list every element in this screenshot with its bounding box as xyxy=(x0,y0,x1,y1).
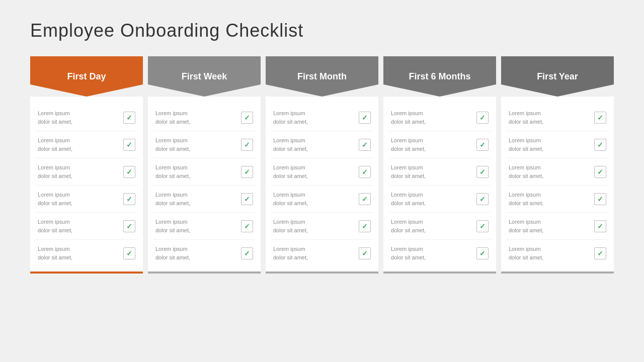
list-item: Lorem ipsum dolor sit amet,✓ xyxy=(388,131,491,158)
list-item: Lorem ipsum dolor sit amet,✓ xyxy=(271,240,373,266)
page-title: Employee Onboarding Checklist xyxy=(30,20,614,41)
item-text: Lorem ipsum dolor sit amet, xyxy=(509,245,543,261)
checkbox[interactable]: ✓ xyxy=(594,139,606,151)
checkmark-icon: ✓ xyxy=(597,222,603,230)
item-text: Lorem ipsum dolor sit amet, xyxy=(155,163,190,180)
item-text: Lorem ipsum dolor sit amet, xyxy=(38,109,72,126)
checkbox[interactable]: ✓ xyxy=(123,247,135,259)
checkbox[interactable]: ✓ xyxy=(241,247,253,259)
checkmark-icon: ✓ xyxy=(362,195,368,203)
list-item: Lorem ipsum dolor sit amet,✓ xyxy=(271,104,373,131)
list-item: Lorem ipsum dolor sit amet,✓ xyxy=(271,158,373,186)
checkbox[interactable]: ✓ xyxy=(123,220,135,232)
item-text: Lorem ipsum dolor sit amet, xyxy=(38,245,72,261)
checkbox[interactable]: ✓ xyxy=(241,220,253,232)
checkbox[interactable]: ✓ xyxy=(476,220,489,232)
checkbox[interactable]: ✓ xyxy=(594,220,606,232)
item-text: Lorem ipsum dolor sit amet, xyxy=(155,245,190,261)
list-item: Lorem ipsum dolor sit amet,✓ xyxy=(506,104,609,131)
column-header-first-week: First Week xyxy=(148,56,261,97)
checkbox[interactable]: ✓ xyxy=(359,166,371,178)
checkbox[interactable]: ✓ xyxy=(476,112,489,124)
checkmark-icon: ✓ xyxy=(479,141,486,149)
checkbox[interactable]: ✓ xyxy=(359,247,371,259)
column-first-week: First WeekLorem ipsum dolor sit amet,✓Lo… xyxy=(148,56,261,274)
checkmark-icon: ✓ xyxy=(362,114,368,122)
checkbox[interactable]: ✓ xyxy=(594,247,606,259)
checkbox[interactable]: ✓ xyxy=(476,193,489,205)
checkbox[interactable]: ✓ xyxy=(359,220,371,232)
checkbox[interactable]: ✓ xyxy=(241,166,253,178)
checkmark-icon: ✓ xyxy=(597,168,603,176)
checkmark-icon: ✓ xyxy=(362,222,368,230)
column-header-first-6-months: First 6 Months xyxy=(383,56,496,97)
columns-container: First DayLorem ipsum dolor sit amet,✓Lor… xyxy=(30,56,614,274)
checkbox[interactable]: ✓ xyxy=(123,166,135,178)
list-item: Lorem ipsum dolor sit amet,✓ xyxy=(388,158,491,186)
checkmark-icon: ✓ xyxy=(479,249,486,257)
checkmark-icon: ✓ xyxy=(244,222,250,230)
item-text: Lorem ipsum dolor sit amet, xyxy=(273,109,308,126)
list-item: Lorem ipsum dolor sit amet,✓ xyxy=(35,131,138,158)
checkmark-icon: ✓ xyxy=(479,168,486,176)
column-body-first-month: Lorem ipsum dolor sit amet,✓Lorem ipsum … xyxy=(266,97,378,274)
item-text: Lorem ipsum dolor sit amet, xyxy=(391,163,426,180)
item-text: Lorem ipsum dolor sit amet, xyxy=(391,136,426,153)
item-text: Lorem ipsum dolor sit amet, xyxy=(273,218,308,234)
list-item: Lorem ipsum dolor sit amet,✓ xyxy=(153,186,256,213)
list-item: Lorem ipsum dolor sit amet,✓ xyxy=(506,131,609,158)
item-text: Lorem ipsum dolor sit amet, xyxy=(509,163,543,180)
list-item: Lorem ipsum dolor sit amet,✓ xyxy=(153,131,256,158)
list-item: Lorem ipsum dolor sit amet,✓ xyxy=(153,104,256,131)
item-text: Lorem ipsum dolor sit amet, xyxy=(509,136,543,153)
item-text: Lorem ipsum dolor sit amet, xyxy=(391,191,426,207)
item-text: Lorem ipsum dolor sit amet, xyxy=(391,218,426,234)
checkbox[interactable]: ✓ xyxy=(594,193,606,205)
checkbox[interactable]: ✓ xyxy=(476,139,489,151)
list-item: Lorem ipsum dolor sit amet,✓ xyxy=(35,104,138,131)
list-item: Lorem ipsum dolor sit amet,✓ xyxy=(35,158,138,186)
checkbox[interactable]: ✓ xyxy=(476,247,489,259)
checkmark-icon: ✓ xyxy=(479,195,486,203)
item-text: Lorem ipsum dolor sit amet, xyxy=(509,191,543,207)
checkbox[interactable]: ✓ xyxy=(594,166,606,178)
item-text: Lorem ipsum dolor sit amet, xyxy=(155,136,190,153)
list-item: Lorem ipsum dolor sit amet,✓ xyxy=(153,213,256,240)
item-text: Lorem ipsum dolor sit amet, xyxy=(38,191,72,207)
checkmark-icon: ✓ xyxy=(597,195,603,203)
item-text: Lorem ipsum dolor sit amet, xyxy=(509,218,543,234)
list-item: Lorem ipsum dolor sit amet,✓ xyxy=(388,186,491,213)
list-item: Lorem ipsum dolor sit amet,✓ xyxy=(506,158,609,186)
checkbox[interactable]: ✓ xyxy=(123,139,135,151)
checkmark-icon: ✓ xyxy=(126,249,132,257)
column-first-day: First DayLorem ipsum dolor sit amet,✓Lor… xyxy=(30,56,143,274)
list-item: Lorem ipsum dolor sit amet,✓ xyxy=(153,158,256,186)
item-text: Lorem ipsum dolor sit amet, xyxy=(273,163,308,180)
checkbox[interactable]: ✓ xyxy=(359,139,371,151)
checkbox[interactable]: ✓ xyxy=(241,112,253,124)
item-text: Lorem ipsum dolor sit amet, xyxy=(38,218,72,234)
checkmark-icon: ✓ xyxy=(126,222,132,230)
checkbox[interactable]: ✓ xyxy=(123,193,135,205)
column-body-first-day: Lorem ipsum dolor sit amet,✓Lorem ipsum … xyxy=(30,97,143,274)
item-text: Lorem ipsum dolor sit amet, xyxy=(273,191,308,207)
list-item: Lorem ipsum dolor sit amet,✓ xyxy=(506,240,609,266)
checkbox[interactable]: ✓ xyxy=(594,112,606,124)
checkmark-icon: ✓ xyxy=(362,249,368,257)
column-first-month: First MonthLorem ipsum dolor sit amet,✓L… xyxy=(266,56,378,274)
checkmark-icon: ✓ xyxy=(126,168,132,176)
checkbox[interactable]: ✓ xyxy=(241,139,253,151)
item-text: Lorem ipsum dolor sit amet, xyxy=(391,245,426,261)
checkmark-icon: ✓ xyxy=(597,249,603,257)
checkbox[interactable]: ✓ xyxy=(359,112,371,124)
checkbox[interactable]: ✓ xyxy=(359,193,371,205)
checkmark-icon: ✓ xyxy=(126,195,132,203)
checkbox[interactable]: ✓ xyxy=(241,193,253,205)
checkbox[interactable]: ✓ xyxy=(476,166,489,178)
list-item: Lorem ipsum dolor sit amet,✓ xyxy=(35,186,138,213)
checkmark-icon: ✓ xyxy=(126,141,132,149)
checkbox[interactable]: ✓ xyxy=(123,112,135,124)
item-text: Lorem ipsum dolor sit amet, xyxy=(391,109,426,126)
item-text: Lorem ipsum dolor sit amet, xyxy=(155,191,190,207)
column-body-first-week: Lorem ipsum dolor sit amet,✓Lorem ipsum … xyxy=(148,97,261,274)
